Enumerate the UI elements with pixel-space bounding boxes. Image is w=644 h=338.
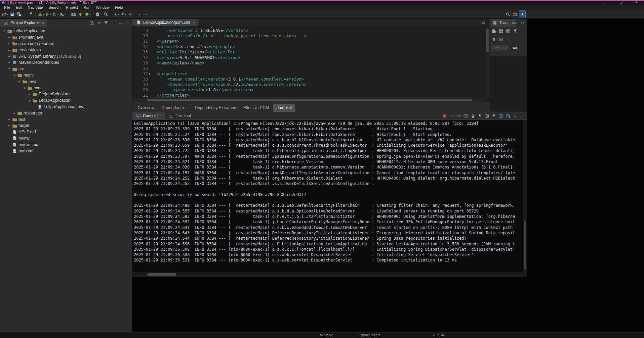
tree-item-src-test-java[interactable]: ▸src/test/java xyxy=(0,47,132,53)
terminate-icon[interactable] xyxy=(441,112,448,119)
show-console-icon[interactable] xyxy=(462,112,469,119)
tree-item-main[interactable]: ▾main xyxy=(0,72,132,79)
menu-project[interactable]: Project xyxy=(63,5,81,10)
console-vertical-scrollbar[interactable] xyxy=(523,120,527,272)
filter-icon[interactable] xyxy=(103,19,109,27)
minimize-icon[interactable]: – xyxy=(512,112,518,119)
chevron-expanded-icon[interactable]: ▾ xyxy=(27,99,32,102)
view-menu-icon[interactable]: ⋮ xyxy=(110,19,116,27)
tab-project-explorer[interactable]: Project Explorer × xyxy=(0,19,47,27)
debug-icon[interactable]: ▾ xyxy=(38,11,44,18)
chevron-expanded-icon[interactable]: ▾ xyxy=(7,67,11,70)
save-icon[interactable] xyxy=(9,11,15,18)
scroll-lock-icon[interactable] xyxy=(470,112,476,119)
code-viewport[interactable]: 8<artifactId>spring-boot-starter-parent<… xyxy=(132,27,486,98)
page-tab-dependencies[interactable]: Dependencies xyxy=(158,104,191,112)
maximize-icon[interactable]: □ xyxy=(519,19,526,27)
tab-pom-xml-editor[interactable]: <> LeilaoApplication/pom.xml × xyxy=(132,19,198,26)
tree-item-test[interactable]: ▸test xyxy=(0,116,132,123)
pin-console-icon[interactable] xyxy=(491,112,497,119)
chevron-collapsed-icon[interactable]: ▸ xyxy=(7,42,11,45)
build-all-icon[interactable] xyxy=(27,11,33,18)
tree-item-src-main-java[interactable]: ▸src/main/java xyxy=(0,34,132,41)
tree-item-com[interactable]: ▾com xyxy=(0,85,132,91)
tree-item-src[interactable]: ▾src xyxy=(0,66,132,72)
chevron-collapsed-icon[interactable]: ▸ xyxy=(12,111,16,115)
editor-vertical-scrollbar[interactable] xyxy=(486,27,490,98)
console-output[interactable]: LeilaoApplication (1) [Java Application]… xyxy=(132,120,523,272)
categorized-icon[interactable] xyxy=(498,28,504,35)
chevron-collapsed-icon[interactable]: ▸ xyxy=(7,61,11,64)
next-annotation-icon[interactable]: ▼▾ xyxy=(120,11,127,18)
open-task-icon[interactable]: ▾ xyxy=(95,11,102,18)
window-maximize-button[interactable]: □ xyxy=(613,1,629,5)
new-package-icon[interactable] xyxy=(77,11,84,18)
page-tab-dependency-hierarchy[interactable]: Dependency Hierarchy xyxy=(192,104,239,112)
page-tab-pom-xml[interactable]: pom.xml xyxy=(273,104,295,112)
tree-item-src-main-resources[interactable]: ▸src/main/resources xyxy=(0,41,132,47)
coverage-icon[interactable]: ▾ xyxy=(52,11,59,18)
forward-icon[interactable]: →▾ xyxy=(142,11,148,18)
tree-item-maven-dependencies[interactable]: ▸Maven Dependencies xyxy=(0,59,132,66)
tree-item-leilaoapplication[interactable]: ▾LeilaoApplication xyxy=(0,28,132,34)
chevron-expanded-icon[interactable]: ▾ xyxy=(17,80,22,83)
tree-item-projetoselenium[interactable]: ▸ProjetoSelenium xyxy=(0,91,132,97)
remove-launch-icon[interactable]: × xyxy=(448,112,455,119)
page-tab-overview[interactable]: Overview xyxy=(134,104,158,112)
new-wizard-icon[interactable]: ▾ xyxy=(2,11,8,18)
tree-item-leilaoapplication.java[interactable]: JLeilaoApplication.java xyxy=(0,104,132,110)
scheduled-icon[interactable] xyxy=(505,28,511,35)
window-minimize-button[interactable]: – xyxy=(598,1,613,5)
tree-item-mvnw.cmd[interactable]: mvnw.cmd xyxy=(0,141,132,148)
run-icon[interactable]: ▾ xyxy=(45,11,51,18)
menu-edit[interactable]: Edit xyxy=(13,5,25,10)
menu-window[interactable]: Window xyxy=(93,5,112,10)
tree-item-help.md[interactable]: HELP.md xyxy=(0,129,132,135)
tree-item-java[interactable]: ▾java xyxy=(0,78,132,85)
tree-item-target[interactable]: ▸target xyxy=(0,123,132,129)
focus-workweek-icon[interactable] xyxy=(498,36,504,43)
close-icon[interactable]: × xyxy=(160,114,162,118)
chevron-collapsed-icon[interactable]: ▸ xyxy=(7,55,11,58)
last-edit-location-icon[interactable]: ↩ xyxy=(127,11,134,18)
tree-item-leilaoapplication[interactable]: ▾LeilaoApplication xyxy=(0,97,132,104)
maximize-icon[interactable]: □ xyxy=(519,112,525,119)
maximize-icon[interactable]: □ xyxy=(480,19,487,26)
window-close-button[interactable]: ✕ xyxy=(629,1,644,5)
collapse-all-icon[interactable] xyxy=(89,19,95,27)
menu-navigate[interactable]: Navigate xyxy=(25,5,45,10)
external-tools-icon[interactable]: ▾ xyxy=(59,11,66,18)
tree-item-jre-system-library[interactable]: ▸JRE System Library[JavaSE-1.8] xyxy=(0,53,132,59)
chevron-collapsed-icon[interactable]: ▸ xyxy=(7,124,11,127)
java-perspective-icon[interactable]: J xyxy=(519,11,525,18)
task-scope-dropdown[interactable]: ▼ All xyxy=(509,46,517,50)
chevron-collapsed-icon[interactable]: ▸ xyxy=(27,92,32,96)
previous-annotation-icon[interactable]: ▲▾ xyxy=(113,11,120,18)
back-icon[interactable]: ←▾ xyxy=(134,11,141,18)
close-icon[interactable]: × xyxy=(42,21,44,25)
clear-console-icon[interactable] xyxy=(484,112,490,119)
editor-horizontal-scrollbar[interactable] xyxy=(132,98,486,102)
chevron-collapsed-icon[interactable]: ▸ xyxy=(7,36,11,39)
chevron-expanded-icon[interactable]: ▾ xyxy=(12,74,16,77)
tree-item-pom.xml[interactable]: <>pom.xml xyxy=(0,148,132,154)
menu-search[interactable]: Search xyxy=(46,5,63,10)
display-selected-console-icon[interactable] xyxy=(498,112,504,119)
tab-console[interactable]: Console× xyxy=(132,112,165,120)
maximize-icon[interactable]: □ xyxy=(124,19,130,27)
tree-item-resources[interactable]: ▸resources xyxy=(0,110,132,116)
word-wrap-icon[interactable]: ¶ xyxy=(477,112,483,119)
chevron-expanded-icon[interactable]: ▾ xyxy=(2,29,6,33)
chevron-collapsed-icon[interactable]: ▸ xyxy=(7,118,11,121)
tree-item-mvnw[interactable]: mvnw xyxy=(0,135,132,142)
filter-completed-icon[interactable] xyxy=(512,28,518,35)
close-icon[interactable]: × xyxy=(193,20,195,25)
sync-icon[interactable]: ⇅ xyxy=(491,36,497,43)
console-horizontal-scrollbar[interactable] xyxy=(132,272,527,277)
open-perspective-icon[interactable] xyxy=(512,11,518,18)
menu-file[interactable]: File xyxy=(1,5,13,10)
page-tab-effective-pom[interactable]: Effective POM xyxy=(240,104,272,112)
remove-all-launches-icon[interactable]: ×× xyxy=(455,112,462,119)
link-with-editor-icon[interactable]: ⇄ xyxy=(96,19,102,27)
new-java-project-icon[interactable]: J xyxy=(70,11,77,18)
